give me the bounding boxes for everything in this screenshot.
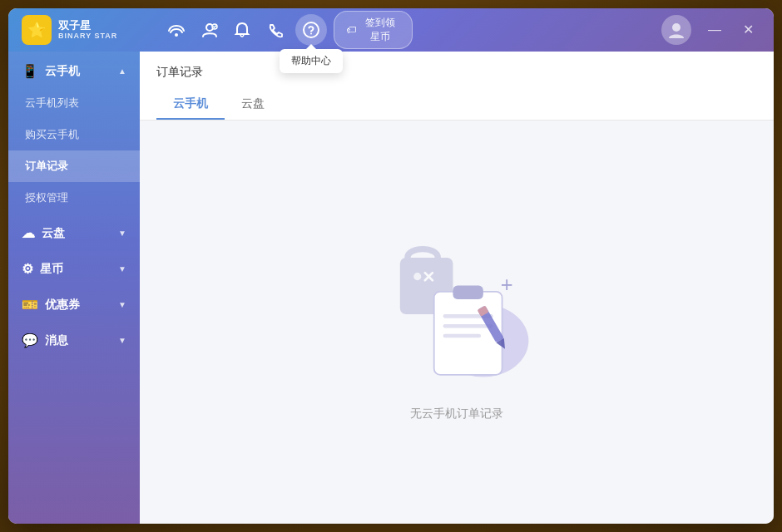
sidebar-header-label-coupons: 优惠券 [45, 298, 80, 313]
help-nav-btn[interactable] [295, 14, 327, 46]
content-header: 订单记录 云手机 云盘 [140, 52, 774, 121]
tab-label-cloud-disk: 云盘 [241, 96, 265, 110]
sidebar-header-label-messages: 消息 [45, 333, 68, 348]
logo-area: ⭐ 双子星 BINARY STAR [22, 15, 146, 45]
chevron-down-icon-coupons: ▼ [118, 300, 126, 309]
svg-point-5 [672, 23, 681, 32]
notification-nav-btn[interactable] [230, 14, 256, 46]
clipboard-line-2 [443, 323, 493, 328]
tab-bar: 云手机 云盘 [156, 90, 757, 120]
star-coins-section-icon: ⚙ [22, 261, 33, 277]
content-body: + [140, 121, 774, 524]
star-icon: 🏷 [346, 24, 356, 36]
sidebar-header-coupons[interactable]: 🎫 优惠券 ▼ [8, 288, 140, 321]
app-logo-text: 双子星 BINARY STAR [58, 19, 117, 41]
close-button[interactable]: ✕ [736, 20, 760, 40]
window-controls: — ✕ [701, 20, 760, 40]
content-area: 订单记录 云手机 云盘 [140, 52, 774, 524]
sidebar: 📱 云手机 ▲ 云手机列表 购买云手机 订单记录 授权管理 [8, 52, 140, 524]
sidebar-item-label-order-records: 订单记录 [25, 159, 68, 174]
empty-state-svg: + [374, 215, 540, 398]
app-window: ⭐ 双子星 BINARY STAR [8, 8, 774, 524]
sidebar-section-cloud-disk: ☁ 云盘 ▼ [8, 217, 140, 249]
app-logo-icon: ⭐ [22, 15, 52, 45]
sidebar-item-order-records[interactable]: 订单记录 [8, 150, 140, 182]
sidebar-item-label-phone-list: 云手机列表 [25, 96, 79, 111]
svg-point-4 [310, 33, 312, 35]
sidebar-item-label-buy-phone: 购买云手机 [25, 127, 79, 142]
sidebar-item-phone-list[interactable]: 云手机列表 [8, 87, 140, 119]
sidebar-item-buy-phone[interactable]: 购买云手机 [8, 119, 140, 150]
main-area: 📱 云手机 ▲ 云手机列表 购买云手机 订单记录 授权管理 [8, 52, 774, 524]
svg-point-0 [175, 33, 178, 37]
sidebar-section-cloud-phone: 📱 云手机 ▲ 云手机列表 购买云手机 订单记录 授权管理 [8, 55, 140, 214]
sidebar-header-star-coins[interactable]: ⚙ 星币 ▼ [8, 253, 140, 285]
messages-section-icon: 💬 [22, 332, 38, 348]
empty-illustration: + [374, 224, 540, 390]
empty-state-text: 无云手机订单记录 [410, 406, 503, 421]
svg-point-3 [304, 22, 319, 37]
sidebar-item-auth-manage[interactable]: 授权管理 [8, 182, 140, 214]
help-tooltip: 帮助中心 [280, 49, 343, 73]
chevron-down-icon-disk: ▼ [118, 229, 126, 238]
contacts-nav-btn[interactable] [196, 14, 223, 46]
minimize-button[interactable]: — [701, 20, 728, 40]
nav-icons-area: 帮助中心 🏷 签到领星币 [146, 11, 413, 49]
sidebar-item-label-auth-manage: 授权管理 [25, 190, 68, 205]
svg-point-7 [413, 273, 421, 280]
clipboard-line-3 [443, 333, 481, 337]
sidebar-header-cloud-phone[interactable]: 📱 云手机 ▲ [8, 55, 140, 87]
clipboard-clip [453, 285, 483, 298]
tab-label-cloud-phone: 云手机 [173, 96, 208, 110]
sidebar-header-messages[interactable]: 💬 消息 ▼ [8, 324, 140, 357]
chevron-down-icon-messages: ▼ [118, 336, 126, 345]
tab-cloud-disk[interactable]: 云盘 [225, 90, 281, 120]
page-title: 订单记录 [156, 65, 757, 80]
plus-decoration: + [501, 272, 513, 295]
title-bar: ⭐ 双子星 BINARY STAR [8, 8, 774, 52]
cloud-disk-section-icon: ☁ [22, 225, 35, 241]
signin-button[interactable]: 🏷 签到领星币 [334, 11, 412, 49]
phone-nav-btn[interactable] [262, 14, 289, 46]
chevron-down-icon-coins: ▼ [118, 264, 126, 273]
sidebar-section-messages: 💬 消息 ▼ [8, 324, 140, 357]
sidebar-header-label-cloud-phone: 云手机 [45, 64, 80, 79]
sidebar-header-cloud-disk[interactable]: ☁ 云盘 ▼ [8, 217, 140, 249]
help-tooltip-area: 帮助中心 [295, 14, 327, 46]
coupons-section-icon: 🎫 [22, 297, 38, 313]
sidebar-section-star-coins: ⚙ 星币 ▼ [8, 253, 140, 285]
sidebar-header-label-star-coins: 星币 [40, 262, 63, 277]
cloud-phone-nav-btn[interactable] [163, 14, 190, 46]
tab-cloud-phone[interactable]: 云手机 [156, 90, 225, 120]
sidebar-header-label-cloud-disk: 云盘 [42, 226, 65, 241]
user-avatar[interactable] [661, 15, 691, 45]
chevron-up-icon: ▲ [118, 66, 126, 76]
cloud-phone-section-icon: 📱 [22, 63, 38, 79]
sidebar-section-coupons: 🎫 优惠券 ▼ [8, 288, 140, 321]
